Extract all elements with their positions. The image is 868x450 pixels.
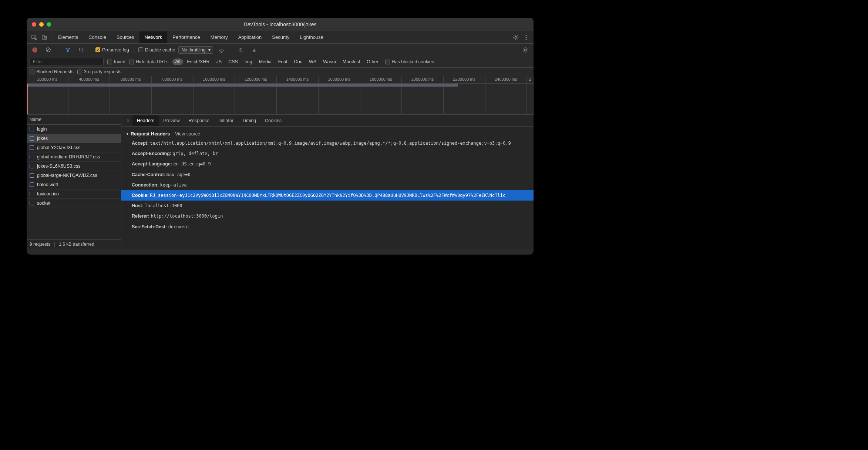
timeline-tick: 2000000 ms [402,76,444,83]
filter-input[interactable] [30,58,104,66]
filter-type-fetchxhr[interactable]: Fetch/XHR [184,58,212,65]
detail-tab-preview[interactable]: Preview [159,115,184,126]
main-tab-console[interactable]: Console [83,31,111,43]
throttling-select[interactable]: No throttling ▾ [178,46,213,54]
svg-rect-1 [42,35,45,39]
hide-data-urls-checkbox[interactable]: Hide data URLs [129,59,168,64]
detail-tab-headers[interactable]: Headers [132,115,159,126]
header-row[interactable]: Accept: text/html,application/xhtml+xml,… [121,138,534,148]
main-tab-network[interactable]: Network [139,31,168,43]
css-file-icon [30,164,34,168]
header-value: http://localhost:3000/login [151,214,223,219]
header-row[interactable]: Cache-Control: max-age=0 [121,169,534,180]
detail-tab-initiator[interactable]: Initiator [214,115,238,126]
header-row[interactable]: Cookie: RJ_session=eyJ1c2VySWQiOiIxZGM0N… [121,190,534,201]
main-tab-memory[interactable]: Memory [205,31,233,43]
request-row[interactable]: socket [27,199,121,208]
filter-type-css[interactable]: CSS [225,58,241,65]
main-tab-lighthouse[interactable]: Lighthouse [295,31,329,43]
settings-icon[interactable] [511,32,521,43]
filter-type-wasm[interactable]: Wasm [320,58,339,65]
view-source-link[interactable]: View source [175,131,200,137]
third-party-checkbox[interactable]: 3rd-party requests [77,69,121,74]
svg-point-4 [526,35,527,36]
chevron-down-icon: ▾ [208,47,211,53]
header-row[interactable]: Host: localhost:3000 [121,201,534,211]
header-row[interactable]: Referer: http://localhost:3000/login [121,211,534,221]
header-value: max-age=0 [166,172,191,177]
search-icon[interactable] [76,45,86,55]
timeline-tick: 2400000 ms [485,76,527,83]
request-row[interactable]: global-medium-DRHJR3JT.css [27,152,121,162]
main-tab-sources[interactable]: Sources [111,31,139,43]
detail-tab-timing[interactable]: Timing [238,115,260,126]
request-row[interactable]: global-Y2OJVJXI.css [27,143,121,152]
close-detail-button[interactable]: × [124,118,132,123]
inspect-icon[interactable] [29,32,39,43]
header-row[interactable]: Accept-Language: en-US,en;q=0.9 [121,159,534,169]
minimize-window[interactable] [39,22,44,27]
request-summary: 9 requests | 1.6 kB transferred [27,239,121,249]
request-row[interactable]: jokes-SL6K6US3.css [27,162,121,171]
checkbox-checked-icon [95,47,100,52]
svg-point-6 [526,38,527,40]
download-icon[interactable] [249,45,259,55]
main-tab-security[interactable]: Security [267,31,295,43]
header-key: Cookie: [132,193,150,198]
header-value: keep-alive [160,182,186,188]
main-tab-elements[interactable]: Elements [53,31,83,43]
network-toolbar: Preserve log Disable cache No throttling… [27,44,534,56]
header-row[interactable]: Sec-Fetch-Dest: document [121,222,534,232]
filter-icon[interactable] [63,45,73,55]
request-row[interactable]: baloo.woff [27,180,121,189]
filter-type-media[interactable]: Media [256,58,275,65]
filter-type-font[interactable]: Font [275,58,290,65]
upload-icon[interactable] [236,45,246,55]
request-list: Name loginjokesglobal-Y2OJVJXI.cssglobal… [27,115,121,249]
clear-icon[interactable] [43,45,53,55]
filter-type-all[interactable]: All [172,58,184,65]
header-row[interactable]: Connection: keep-alive [121,180,534,190]
detail-tabs: × HeadersPreviewResponseInitiatorTimingC… [121,115,534,127]
doc-file-icon [30,136,34,141]
has-blocked-cookies-checkbox[interactable]: Has blocked cookies [385,59,434,64]
filter-type-ws[interactable]: WS [306,58,319,65]
header-row[interactable]: Accept-Encoding: gzip, deflate, br [121,148,534,159]
request-name: global-large-NKTQAWDZ.css [37,173,97,178]
header-value: RJ_session=eyJ1c2VySWQiOiIxZGM0NWY1NC00M… [150,193,505,198]
blocked-requests-checkbox[interactable]: Blocked Requests [30,69,74,74]
disable-cache-checkbox[interactable]: Disable cache [138,47,175,53]
record-icon[interactable] [30,45,40,55]
main-tab-application[interactable]: Application [233,31,267,43]
detail-tab-cookies[interactable]: Cookies [260,115,286,126]
timeline-tick: 800000 ms [152,76,194,83]
header-key: Sec-Fetch-Dest: [132,224,168,229]
timeline-overview[interactable]: 200000 ms400000 ms600000 ms800000 ms1000… [27,76,534,115]
close-window[interactable] [32,22,36,27]
svg-point-8 [79,48,82,51]
main-tab-performance[interactable]: Performance [167,31,205,43]
maximize-window[interactable] [47,22,51,27]
device-toggle-icon[interactable] [39,32,50,43]
settings-icon[interactable] [520,45,531,55]
request-row[interactable]: favicon.ico [27,189,121,199]
filter-type-manifest[interactable]: Manifest [340,58,363,65]
header-key: Cache-Control: [132,172,166,177]
filter-type-js[interactable]: JS [213,58,225,65]
invert-checkbox[interactable]: Invert [107,59,125,64]
more-icon[interactable] [521,32,531,43]
request-row[interactable]: login [27,125,121,134]
name-column-header[interactable]: Name [27,115,121,125]
request-name: global-Y2OJVJXI.css [37,145,80,150]
filter-type-img[interactable]: Img [242,58,255,65]
network-conditions-icon[interactable] [216,45,226,55]
preserve-log-checkbox[interactable]: Preserve log [95,47,129,53]
window-title: DevTools - localhost:3000/jokes [27,21,534,27]
request-row[interactable]: global-large-NKTQAWDZ.css [27,171,121,180]
request-row[interactable]: jokes [27,134,121,143]
filter-type-doc[interactable]: Doc [291,58,305,65]
header-key: Accept: [132,141,150,146]
request-headers-section[interactable]: ▼ Request Headers [126,131,170,137]
filter-type-other[interactable]: Other [364,58,381,65]
detail-tab-response[interactable]: Response [184,115,214,126]
